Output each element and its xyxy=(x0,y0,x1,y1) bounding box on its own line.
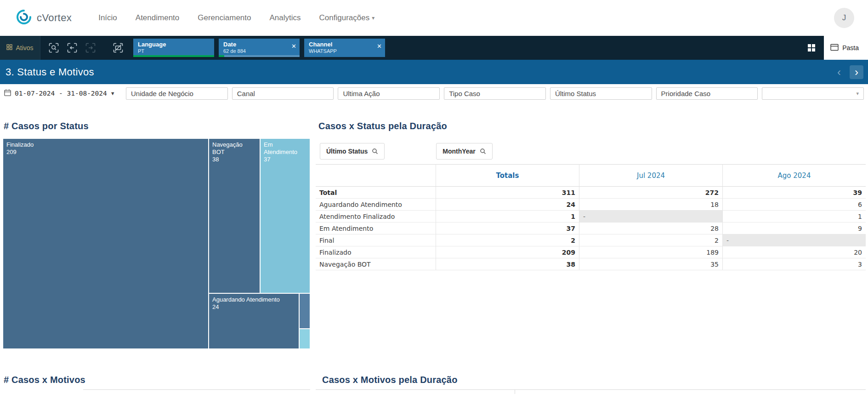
chip-title: Channel xyxy=(309,41,374,48)
status-pivot: Último Status MonthYear Totals Jul 2024 xyxy=(316,143,866,270)
motivos-duracao-title: Casos x Motivos pela Duração xyxy=(322,375,458,385)
main-menu: Início Atendimento Gerenciamento Analyti… xyxy=(98,13,374,23)
app-grid-icon[interactable] xyxy=(807,44,816,52)
selections-bar: Ativos xyxy=(0,36,868,60)
chip-value: WHATSAPP xyxy=(309,48,374,54)
filter-ultimo-status[interactable]: Último Status xyxy=(550,87,652,100)
chip-value: 62 de 884 xyxy=(223,48,289,54)
sheet-navigation: ‹ › xyxy=(832,65,863,79)
filter-prioridade-caso[interactable]: Prioridade Caso xyxy=(656,87,758,100)
filter-ultima-acao[interactable]: Ultima Ação xyxy=(338,87,440,100)
chip-value: PT xyxy=(138,48,203,54)
previous-sheet-icon[interactable]: ‹ xyxy=(832,65,846,79)
step-back-icon[interactable] xyxy=(64,40,80,56)
search-icon xyxy=(480,148,486,154)
selection-progress-bar xyxy=(219,55,300,57)
treemap-block-atendimento-finalizado[interactable] xyxy=(299,329,310,349)
column-dimension-button[interactable]: MonthYear xyxy=(436,143,493,160)
treemap-block-final[interactable] xyxy=(299,293,310,329)
selection-chip-date[interactable]: Date 62 de 884 ✕ xyxy=(219,39,300,57)
selections-search-icon[interactable] xyxy=(46,40,62,56)
cell-finalizado-jul: 189 xyxy=(579,246,722,258)
treemap-block-finalizado[interactable]: Finalizado 209 xyxy=(3,138,209,349)
pivot-controls: Último Status MonthYear xyxy=(316,143,866,160)
cell-navegacao-jul: 35 xyxy=(579,258,722,270)
filter-row: 01-07-2024 - 31-08-2024 ▼ Unidade de Neg… xyxy=(0,84,868,103)
row-label-aguardando-atendimento[interactable]: Aguardando Atendimento xyxy=(316,199,436,211)
date-range-picker[interactable]: 01-07-2024 - 31-08-2024 ▼ xyxy=(4,89,122,98)
motivos-pivot-top-edge xyxy=(316,389,866,390)
selection-chip-channel[interactable]: Channel WHATSAPP ✕ xyxy=(304,39,385,57)
column-header-totals[interactable]: Totals xyxy=(436,164,579,187)
row-dimension-button[interactable]: Último Status xyxy=(320,143,385,160)
cell-final-jul: 2 xyxy=(579,234,722,246)
selection-progress-bar xyxy=(133,55,214,57)
menu-item-atendimento[interactable]: Atendimento xyxy=(136,13,179,23)
tab-ativos[interactable]: Ativos xyxy=(0,36,40,60)
cell-aguardando-jul: 18 xyxy=(579,199,722,211)
cell-finalizado-ago: 20 xyxy=(722,246,866,258)
chevron-down-icon: ▾ xyxy=(857,91,859,97)
close-icon[interactable]: ✕ xyxy=(377,43,382,50)
column-header-ago-2024[interactable]: Ago 2024 xyxy=(722,164,866,187)
brand-name: cVortex xyxy=(37,12,72,24)
next-sheet-icon[interactable]: › xyxy=(850,65,863,79)
sheet-icon xyxy=(830,44,839,52)
treemap-block-aguardando-atendimento[interactable]: Aguardando Atendimento 24 xyxy=(209,293,299,349)
column-header-jul-2024[interactable]: Jul 2024 xyxy=(579,164,722,187)
sheet-header: 3. Status e Motivos ‹ › xyxy=(0,60,868,84)
sheet-selector-button[interactable]: Pasta xyxy=(824,36,868,60)
row-label-navegacao-bot[interactable]: Navegação BOT xyxy=(316,258,436,270)
row-label-final[interactable]: Final xyxy=(316,234,436,246)
cell-navegacao-totals: 38 xyxy=(436,258,579,270)
cell-total-totals: 311 xyxy=(436,187,579,199)
pivot-header-corner xyxy=(316,164,436,187)
cell-total-jul: 272 xyxy=(579,187,722,199)
selection-chips: Language PT Date 62 de 884 ✕ Channel WHA… xyxy=(133,39,385,57)
cell-atend-finalizado-ago: 1 xyxy=(722,211,866,223)
filter-empty-select[interactable]: ▾ xyxy=(762,87,864,100)
chip-title: Language xyxy=(138,41,203,48)
pivot-title: Casos x Status pela Duração xyxy=(318,121,447,131)
row-label-finalizado[interactable]: Finalizado xyxy=(316,246,436,258)
menu-item-inicio[interactable]: Início xyxy=(98,13,117,23)
search-icon xyxy=(372,148,378,154)
user-avatar[interactable]: J xyxy=(834,8,854,28)
menu-item-gerenciamento[interactable]: Gerenciamento xyxy=(198,13,251,23)
cell-total-ago: 39 xyxy=(722,187,866,199)
motivos-chart-top-edge xyxy=(83,389,310,390)
row-label-total[interactable]: Total xyxy=(316,187,436,199)
cell-em-atendimento-totals: 37 xyxy=(436,223,579,234)
step-forward-icon[interactable] xyxy=(83,40,98,56)
treemap-title: # Casos por Status xyxy=(4,121,89,131)
filter-canal[interactable]: Canal xyxy=(232,87,334,100)
cell-atend-finalizado-totals: 1 xyxy=(436,211,579,223)
treemap-block-navegacao-bot[interactable]: Navegação BOT 38 xyxy=(209,138,260,293)
filter-tipo-caso[interactable]: Tipo Caso xyxy=(444,87,546,100)
grid-small-icon xyxy=(6,44,12,51)
motivos-pivot-column-divider xyxy=(515,389,515,394)
motivos-title: # Casos x Motivos xyxy=(4,375,85,385)
selection-chip-language[interactable]: Language PT xyxy=(133,39,214,57)
menu-item-configuracoes[interactable]: Configurações ▾ xyxy=(319,13,375,23)
pivot-table: Totals Jul 2024 Ago 2024 Total 311 272 3… xyxy=(316,164,866,270)
app-window: cVortex Início Atendimento Gerenciamento… xyxy=(0,0,868,411)
selections-bar-right: Pasta xyxy=(807,36,868,60)
calendar-icon xyxy=(4,89,11,98)
sheet-title: 3. Status e Motivos xyxy=(6,66,94,78)
cell-aguardando-ago: 6 xyxy=(722,199,866,211)
menu-item-analytics[interactable]: Analytics xyxy=(270,13,301,23)
cell-em-atendimento-ago: 9 xyxy=(722,223,866,234)
filter-unidade-negocio[interactable]: Unidade de Negócio xyxy=(126,87,228,100)
close-icon[interactable]: ✕ xyxy=(291,43,296,50)
clear-selections-icon[interactable] xyxy=(110,40,126,56)
brand[interactable]: cVortex xyxy=(16,9,72,27)
status-treemap: Finalizado 209 Navegação BOT 38 Em Atend… xyxy=(3,138,310,349)
row-label-atendimento-finalizado[interactable]: Atendimento Finalizado xyxy=(316,211,436,223)
cell-em-atendimento-jul: 28 xyxy=(579,223,722,234)
treemap-block-em-atendimento[interactable]: Em Atendimento 37 xyxy=(260,138,310,293)
tab-ativos-label: Ativos xyxy=(16,44,33,51)
brand-logo-icon xyxy=(16,9,32,27)
cell-navegacao-ago: 3 xyxy=(722,258,866,270)
row-label-em-atendimento[interactable]: Em Atendimento xyxy=(316,223,436,234)
